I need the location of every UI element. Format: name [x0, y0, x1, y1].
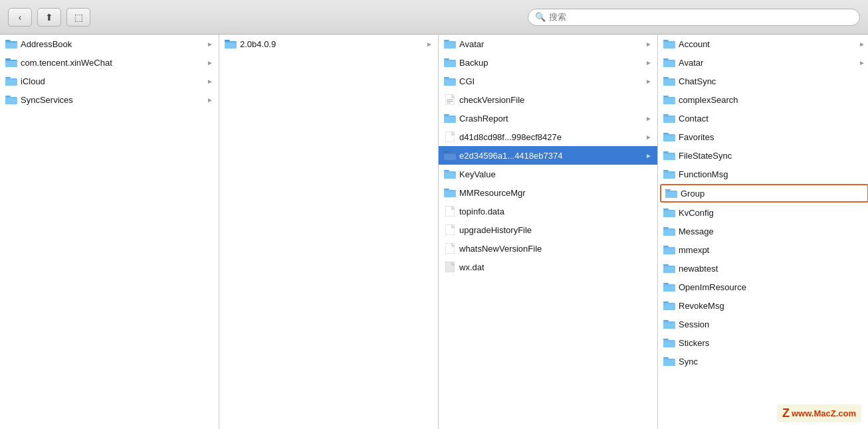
chevron-right-icon: ►: [645, 133, 652, 141]
item-name: Sync: [679, 357, 865, 367]
file-icon: [444, 94, 456, 106]
item-name: Session: [679, 319, 865, 329]
chevron-right-icon: ►: [207, 41, 213, 48]
list-item-group-highlighted[interactable]: Group: [660, 184, 868, 203]
list-item[interactable]: OpenImResource: [658, 278, 868, 296]
folder-icon: [5, 76, 17, 86]
finder-body: AddressBook ► com.tencent.xinWeChat ► iC…: [0, 35, 868, 429]
svg-rect-16: [444, 80, 456, 86]
list-item[interactable]: ChatSync: [658, 72, 868, 90]
nav-back-button[interactable]: ‹: [8, 8, 32, 27]
item-name: upgradeHistoryFile: [459, 225, 652, 235]
list-item[interactable]: FileStateSync: [658, 146, 868, 165]
item-name: e2d34596a1...4418eb7374: [459, 151, 642, 161]
file-icon: [444, 224, 456, 236]
item-name: 2.0b4.0.9: [240, 39, 423, 49]
folder-icon: [444, 39, 456, 48]
list-item[interactable]: Stickers: [658, 333, 868, 352]
item-name: FileStateSync: [679, 151, 865, 161]
svg-rect-2: [5, 43, 17, 48]
item-name: d41d8cd98f...998ecf8427e: [459, 132, 642, 142]
svg-rect-12: [444, 43, 456, 48]
chevron-right-icon: ►: [645, 152, 652, 159]
search-input[interactable]: [549, 12, 853, 22]
folder-icon: [5, 58, 17, 67]
share-button[interactable]: ⬆: [37, 8, 61, 27]
svg-rect-45: [663, 135, 675, 141]
list-item[interactable]: Avatar ►: [439, 35, 657, 53]
list-item[interactable]: Session: [658, 315, 868, 333]
svg-rect-39: [663, 80, 675, 86]
column-2: 2.0b4.0.9 ►: [219, 35, 439, 429]
chevron-right-icon: ►: [859, 41, 865, 48]
search-icon: 🔍: [535, 12, 546, 22]
item-name: MMResourceMgr: [459, 188, 652, 198]
list-item[interactable]: Account ►: [658, 35, 868, 53]
list-item[interactable]: com.tencent.xinWeChat ►: [0, 53, 219, 72]
folder-icon: [663, 264, 675, 273]
file-icon: [444, 261, 456, 273]
chevron-right-icon: ►: [207, 78, 213, 85]
list-item[interactable]: MMResourceMgr: [439, 183, 657, 202]
folder-icon: [663, 226, 675, 236]
list-item[interactable]: 2.0b4.0.9 ►: [219, 35, 438, 53]
svg-rect-59: [663, 267, 675, 273]
list-item[interactable]: checkVersionFile: [439, 90, 657, 109]
svg-rect-6: [5, 80, 17, 86]
list-item[interactable]: RevokeMsg: [658, 296, 868, 315]
list-item[interactable]: CGI ►: [439, 72, 657, 90]
toolbar: ‹ ⬆ ⬚ 🔍: [0, 0, 868, 35]
list-item[interactable]: Favorites: [658, 128, 868, 146]
list-item[interactable]: AddressBook ►: [0, 35, 219, 53]
chevron-right-icon: ►: [207, 59, 213, 66]
folder-icon: [665, 189, 677, 198]
chevron-right-icon: ►: [645, 41, 652, 48]
folder-icon: [444, 151, 456, 160]
list-item[interactable]: SyncServices ►: [0, 90, 219, 109]
list-item[interactable]: CrashReport ►: [439, 109, 657, 128]
list-item[interactable]: d41d8cd98f...998ecf8427e ►: [439, 128, 657, 146]
item-name: KvConfig: [679, 208, 865, 218]
svg-rect-37: [663, 61, 675, 67]
watermark-letter: Z: [782, 406, 790, 420]
column-4: Account ► Avatar ► ChatSync complexSearc…: [658, 35, 868, 429]
list-item-selected[interactable]: e2d34596a1...4418eb7374 ►: [439, 146, 657, 165]
list-item[interactable]: Message: [658, 222, 868, 240]
item-name: OpenImResource: [679, 282, 865, 292]
item-name: newabtest: [679, 264, 865, 274]
list-item[interactable]: iCloud ►: [0, 72, 219, 90]
list-item[interactable]: Sync: [658, 352, 868, 371]
list-item[interactable]: upgradeHistoryFile: [439, 220, 657, 239]
list-item[interactable]: FunctionMsg: [658, 165, 868, 183]
item-name: iCloud: [21, 76, 203, 86]
folder-icon: [663, 95, 675, 104]
list-item[interactable]: complexSearch: [658, 90, 868, 109]
list-item[interactable]: Backup ►: [439, 53, 657, 72]
list-item[interactable]: newabtest: [658, 259, 868, 278]
list-item[interactable]: KvConfig: [658, 203, 868, 222]
list-item[interactable]: Contact: [658, 109, 868, 128]
list-item[interactable]: wx.dat: [439, 258, 657, 276]
item-name: whatsNewVersionFile: [459, 244, 652, 254]
item-name: Contact: [679, 114, 865, 124]
svg-rect-8: [5, 98, 17, 104]
folder-icon: [663, 76, 675, 86]
view-toggle-button[interactable]: ⬚: [66, 8, 90, 27]
list-item[interactable]: KeyValue: [439, 165, 657, 183]
list-item[interactable]: topinfo.data: [439, 202, 657, 220]
item-name: Group: [681, 189, 863, 199]
folder-icon: [663, 58, 675, 67]
item-name: Account: [679, 39, 855, 49]
item-name: Avatar: [459, 39, 642, 49]
list-item[interactable]: mmexpt: [658, 240, 868, 259]
svg-rect-51: [665, 192, 677, 198]
watermark-text: www.MacZ.com: [792, 408, 856, 418]
chevron-right-icon: ►: [645, 115, 652, 122]
folder-icon: [663, 39, 675, 48]
svg-rect-43: [663, 117, 675, 123]
chevron-right-icon: ►: [207, 96, 213, 104]
item-name: Message: [679, 226, 865, 236]
list-item[interactable]: whatsNewVersionFile: [439, 239, 657, 258]
chevron-right-icon: ►: [645, 78, 652, 85]
list-item[interactable]: Avatar ►: [658, 53, 868, 72]
